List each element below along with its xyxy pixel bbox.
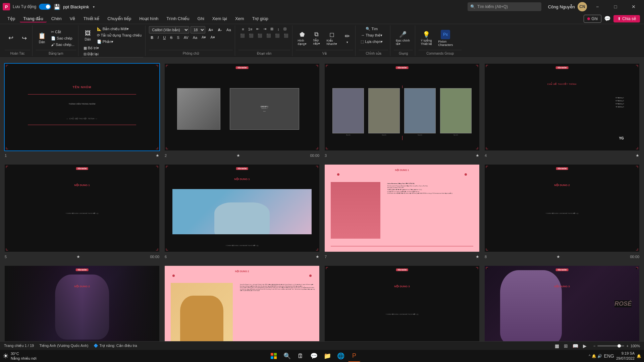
highlight-btn[interactable]: A▾ [209, 35, 216, 40]
font-size-select[interactable]: 18 [191, 26, 205, 34]
align-right-btn[interactable]: ⬛ [256, 33, 264, 39]
bullets-btn[interactable]: ≡ [240, 26, 246, 32]
taskbar-explorer-btn[interactable]: 📁 [321, 350, 333, 362]
menu-file[interactable]: Tệp [4, 15, 18, 22]
spacing-btn[interactable]: AV [182, 35, 190, 40]
undo-btn[interactable]: ↩ [5, 33, 17, 44]
menu-insert[interactable]: Chèn [48, 15, 65, 22]
case-btn[interactable]: Aa [191, 35, 199, 40]
slides-panel[interactable]: TÊN NHÓM THÀNH VIÊN TRONG NHÓM — CHỦ ĐỀ … [0, 58, 644, 341]
arrange-btn[interactable]: ⧉ Sắpxếp▾ [311, 29, 323, 47]
menu-home[interactable]: Trang đầu [20, 15, 47, 22]
col-btn[interactable]: ⊞ [269, 26, 275, 32]
format-painter-btn[interactable]: 🖌 Sao chép... [49, 42, 76, 47]
search-box[interactable]: 🔍 Tìm kiếm (Alt+Q) [468, 2, 541, 11]
taskbar-widgets-btn[interactable]: 🗓 [294, 350, 307, 362]
lang-indicator[interactable]: ENG [604, 353, 614, 359]
slide-wrapper-4[interactable]: TÊN NHÓM CHỦ ĐỀ THUYẾT TRÌNH 01 Nội dung… [484, 63, 640, 151]
smartart-btn[interactable]: ⊡ [282, 26, 288, 32]
record-button[interactable]: Ghi [584, 15, 601, 23]
maximize-btn[interactable]: □ [608, 0, 623, 13]
clear-format-btn[interactable]: Aa [225, 27, 232, 33]
shapes-btn[interactable]: ⬟ Hìnhdạng▾ [296, 29, 309, 47]
replace-btn[interactable]: ↔ Thay thế▾ [359, 33, 384, 38]
increase-indent-btn[interactable]: ⇥ [262, 26, 268, 32]
numbering-btn[interactable]: 1≡ [247, 26, 254, 32]
notification-center-icon[interactable]: 🔔 [637, 354, 641, 358]
align-center-btn[interactable]: ⬛ [247, 33, 255, 39]
font-color-btn[interactable]: A▾ [200, 35, 208, 40]
font-family-select[interactable]: Calibri (Văn bản) [149, 26, 189, 34]
align-left-btn[interactable]: ⬛ [238, 33, 247, 39]
direction-btn[interactable]: ↕ [276, 26, 281, 32]
line-spacing-btn[interactable]: ⬛ [282, 33, 290, 39]
menu-help[interactable]: Trợ giúp [249, 15, 272, 22]
layout-btn[interactable]: 📐 Bản chiếu Mới▾ [95, 26, 143, 32]
menu-transitions[interactable]: Chuyển tiếp [104, 15, 135, 22]
slide-wrapper-8[interactable]: TÊN NHÓM NỘI DUNG 2 Ý CHÍNH NỘI DUNG 1 G… [484, 164, 640, 252]
slide-wrapper-5[interactable]: TÊN NHÓM NỘI DUNG 1 Ý CHÍNH NỘI DUNG 1 G… [4, 164, 160, 252]
slide-wrapper-10[interactable]: NỘI DUNG 2 Jennie Kim (Hangul: 김제니; sinh… [164, 265, 320, 341]
shadow-btn[interactable]: S [175, 35, 181, 40]
menu-slideshow[interactable]: Trình Chiếu [163, 15, 193, 22]
new-slide-btn[interactable]: 🖼 Dán [82, 28, 94, 43]
minimize-btn[interactable]: − [590, 0, 605, 13]
taskbar-start-btn[interactable] [268, 350, 280, 362]
menu-design[interactable]: Thiết kế [80, 15, 103, 22]
save-icon[interactable]: 💾 [54, 3, 60, 10]
menu-review[interactable]: Xem lại [209, 15, 230, 22]
setlayout-btn[interactable]: ⊟ Đặt lại [82, 51, 101, 57]
section-btn[interactable]: 📑 Phần▾ [95, 39, 143, 45]
italic-btn[interactable]: I [156, 35, 160, 40]
decrease-indent-btn[interactable]: ⇤ [255, 26, 261, 32]
autosave-toggle[interactable] [39, 4, 51, 10]
close-btn[interactable]: ✕ [626, 0, 641, 13]
menu-animations[interactable]: Hoạt hình [136, 15, 162, 22]
style-btn[interactable]: ◻ KiểuNhanh▾ [325, 29, 339, 47]
slide-sorter-icon[interactable]: ⊞ [562, 343, 569, 349]
col2-btn[interactable]: ⬛ [273, 33, 281, 39]
comment-button[interactable]: 💬 [603, 14, 612, 23]
zoom-out-icon[interactable]: − [593, 344, 595, 348]
avatar[interactable]: CN [578, 2, 587, 11]
slide-wrapper-3[interactable]: TÊN NHÓM Họ và tên Họ và tên Họ và tên H… [324, 63, 480, 151]
find-btn[interactable]: 🔍 Tìm [364, 26, 379, 32]
taskbar-chrome-btn[interactable]: 🌐 [335, 350, 347, 362]
layout-btn2[interactable]: ▦ Bố trí▾ [82, 45, 101, 51]
align-justify-btn[interactable]: ⬛ [265, 33, 273, 39]
taskbar-search-btn[interactable]: 🔍 [281, 350, 293, 362]
slideshow-view-icon[interactable]: ▶ [582, 343, 588, 349]
slide-wrapper-7[interactable]: NỘI DUNG 1 Lalisa Manoban (Tiếng Thái: ล… [324, 164, 480, 252]
slide-wrapper-2[interactable]: TÊN NHÓM GROUP 1 GROUP 5 ■■■■ [164, 63, 320, 151]
decrease-font-btn[interactable]: A- [216, 27, 224, 33]
edit-btn[interactable]: ✏ ▾ [341, 31, 353, 45]
select-btn[interactable]: ⬚ Lựa chọn▾ [359, 39, 384, 45]
slide-wrapper-11[interactable]: TÊN NHÓM NỘI DUNG 3 Ý CHÍNH NỘI DUNG 1 G… [324, 265, 480, 341]
slide-wrapper-9[interactable]: TÊN NHÓM NỘI DUNG 2 [4, 265, 160, 341]
menu-record[interactable]: Ghi [194, 15, 208, 22]
underline-btn[interactable]: U [161, 35, 167, 40]
redo-btn[interactable]: ↪ [18, 33, 30, 43]
share-button[interactable]: ⬆ Chia sẻ [613, 15, 640, 22]
slide-wrapper-1[interactable]: TÊN NHÓM THÀNH VIÊN TRONG NHÓM — CHỦ ĐỀ … [4, 63, 160, 151]
bold-btn[interactable]: B [149, 35, 155, 40]
taskbar-powerpoint-btn[interactable]: P [348, 350, 360, 362]
pixton-btn[interactable]: Px PixtonCharacters [436, 28, 455, 48]
zoom-in-icon[interactable]: + [626, 344, 628, 348]
paste-btn[interactable]: 📋 Dán [36, 31, 48, 45]
slide-wrapper-6[interactable]: TÊN NHÓM NỘI DUNG 1 Ý CHÍNH NỘI DUNG 1 G… [164, 164, 320, 252]
strikethrough-btn[interactable]: S [168, 35, 174, 40]
normal-view-icon[interactable]: ▦ [553, 343, 560, 349]
zoom-slider[interactable] [597, 345, 624, 347]
taskbar-teams-btn[interactable]: 💬 [308, 350, 320, 362]
menu-view[interactable]: Xem [232, 15, 248, 22]
dictate-btn[interactable]: 🎤 Đọc chínhtả▾ [394, 29, 412, 47]
copy-btn[interactable]: 📄 Sao chép [49, 36, 76, 41]
increase-font-btn[interactable]: A+ [207, 27, 215, 33]
designer-btn[interactable]: 💡 Ý tưởngThiết kế [419, 29, 434, 47]
reset-btn[interactable]: ⟳ Tải sử dụng Trang chiếu [95, 33, 143, 38]
menu-draw[interactable]: Vẽ [66, 15, 79, 22]
slide-wrapper-12[interactable]: ROSÉ TÊN NHÓM NỘI DUNG 3 [484, 265, 640, 341]
cut-btn[interactable]: ✂ Cắt [49, 29, 76, 35]
reading-view-icon[interactable]: 📖 [571, 343, 580, 349]
